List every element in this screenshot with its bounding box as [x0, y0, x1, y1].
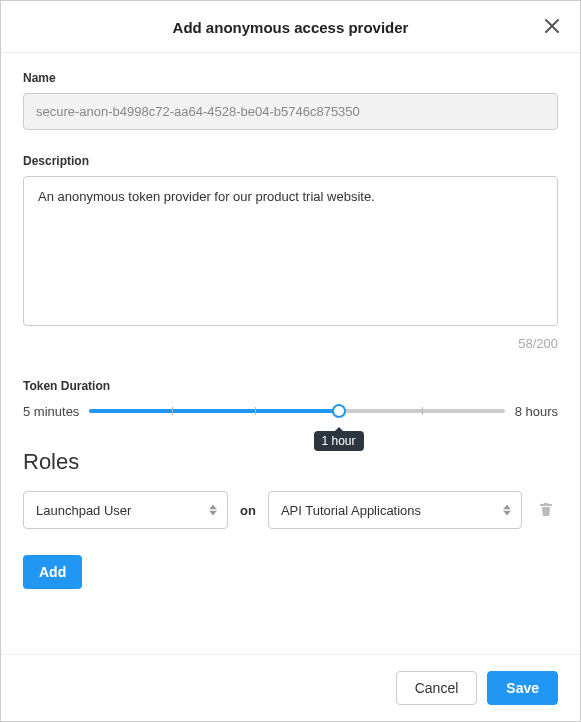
slider-fill [89, 409, 338, 413]
cancel-button[interactable]: Cancel [396, 671, 478, 705]
app-select[interactable]: API Tutorial Applications [268, 491, 522, 529]
close-icon [545, 19, 559, 36]
description-field-group: Description An anonymous token provider … [23, 154, 558, 351]
add-role-button[interactable]: Add [23, 555, 82, 589]
slider-tick [255, 407, 256, 415]
slider-value-text: 1 hour [322, 434, 356, 448]
description-label: Description [23, 154, 558, 168]
role-row: Launchpad User on API Tutorial Applicati… [23, 491, 558, 529]
duration-min-label: 5 minutes [23, 404, 79, 419]
modal-title: Add anonymous access provider [173, 19, 409, 36]
sort-icon [209, 505, 217, 516]
add-anonymous-access-modal: Add anonymous access provider Name Descr… [0, 0, 581, 722]
trash-icon [538, 505, 554, 520]
on-label: on [240, 503, 256, 518]
close-button[interactable] [542, 17, 562, 37]
token-duration-group: Token Duration 5 minutes 1 hour [23, 375, 558, 421]
app-select-value: API Tutorial Applications [281, 503, 421, 518]
roles-section: Roles Launchpad User on API Tutorial App… [23, 449, 558, 589]
token-duration-slider-row: 5 minutes 1 hour 8 hours [23, 401, 558, 421]
save-button[interactable]: Save [487, 671, 558, 705]
token-duration-label: Token Duration [23, 379, 558, 393]
description-char-count: 58/200 [23, 336, 558, 351]
name-input[interactable] [23, 93, 558, 130]
modal-footer: Cancel Save [1, 654, 580, 721]
slider-thumb[interactable] [332, 404, 346, 418]
role-select[interactable]: Launchpad User [23, 491, 228, 529]
modal-body: Name Description An anonymous token prov… [1, 53, 580, 654]
description-textarea[interactable]: An anonymous token provider for our prod… [23, 176, 558, 326]
name-field-group: Name [23, 71, 558, 130]
roles-heading: Roles [23, 449, 558, 475]
slider-value-tooltip: 1 hour [314, 431, 364, 451]
delete-role-button[interactable] [534, 497, 558, 524]
token-duration-slider[interactable]: 1 hour [89, 401, 504, 421]
duration-max-label: 8 hours [515, 404, 558, 419]
slider-tick [422, 407, 423, 415]
role-select-value: Launchpad User [36, 503, 131, 518]
modal-header: Add anonymous access provider [1, 1, 580, 53]
name-label: Name [23, 71, 558, 85]
slider-track: 1 hour [89, 409, 504, 413]
sort-icon [503, 505, 511, 516]
slider-tick [172, 407, 173, 415]
